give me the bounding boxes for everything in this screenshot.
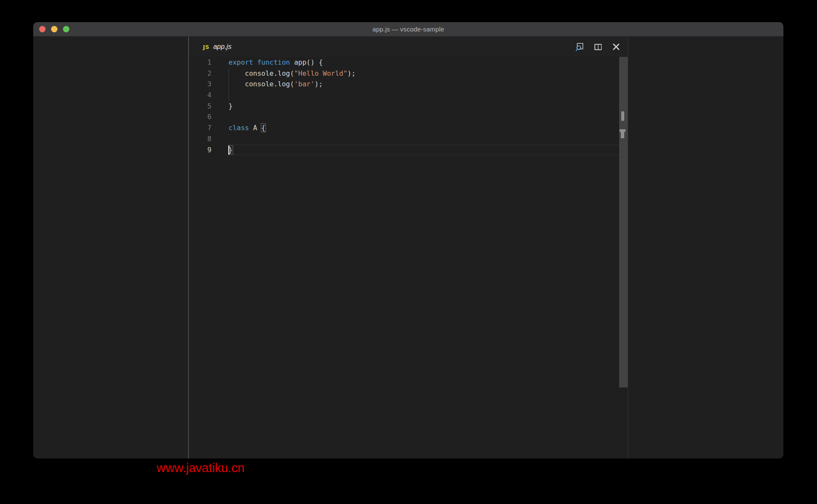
tab-app-js[interactable]: JS app.js: [189, 37, 231, 57]
vscode-window: app.js — vscode-sample JS app.js: [33, 22, 783, 458]
code-line-5[interactable]: }: [229, 101, 628, 112]
overview-ruler-mark: [621, 132, 624, 138]
code-line-7[interactable]: class A {: [229, 122, 628, 134]
minimize-window-button[interactable]: [51, 26, 57, 32]
line-number-5[interactable]: 5: [189, 101, 229, 112]
code-token: }: [229, 102, 233, 110]
line-number-4[interactable]: 4: [189, 90, 229, 101]
line-number-8[interactable]: 8: [189, 134, 229, 145]
code-token: function: [257, 58, 290, 66]
code-line-1[interactable]: export function app() {: [229, 57, 628, 68]
code-line-9[interactable]: }: [229, 145, 628, 156]
code-token: "Hello World": [294, 69, 347, 77]
code-editor[interactable]: 123456789 export function app() { consol…: [189, 57, 628, 458]
gutter: 123456789: [189, 57, 229, 155]
code-line-6[interactable]: [229, 111, 628, 122]
matched-bracket: {: [261, 124, 266, 132]
text-cursor: [229, 145, 229, 155]
overview-ruler-mark: [621, 111, 624, 121]
line-number-7[interactable]: 7: [189, 122, 229, 134]
line-number-6[interactable]: 6: [189, 111, 229, 122]
code-token: console.log(: [229, 80, 294, 88]
editor-tab-bar: JS app.js: [189, 37, 628, 57]
code-line-3[interactable]: console.log('bar');: [229, 79, 628, 90]
code-token: class: [229, 124, 249, 132]
window-title: app.js — vscode-sample: [33, 26, 783, 33]
code-token: 'bar': [294, 80, 314, 88]
split-editor-button[interactable]: [593, 42, 603, 51]
watermark-text: www.javatiku.cn: [157, 461, 244, 475]
line-number-2[interactable]: 2: [189, 68, 229, 79]
line-number-1[interactable]: 1: [189, 57, 229, 68]
zoom-window-button[interactable]: [63, 26, 69, 32]
traffic-lights: [39, 26, 69, 32]
split-editor-icon: [594, 43, 603, 51]
javascript-file-icon: JS: [203, 44, 209, 50]
window-content: JS app.js: [33, 37, 783, 458]
code-token: );: [347, 69, 355, 77]
code-token: A: [249, 124, 261, 132]
close-icon: [612, 43, 620, 51]
vertical-scrollbar[interactable]: [619, 57, 628, 387]
tab-filename: app.js: [213, 43, 231, 51]
code-line-2[interactable]: console.log("Hello World");: [229, 68, 628, 79]
editor-actions: [575, 42, 628, 51]
close-editor-button[interactable]: [611, 42, 621, 51]
line-number-3[interactable]: 3: [189, 79, 229, 90]
window-titlebar: app.js — vscode-sample: [33, 22, 783, 37]
close-window-button[interactable]: [39, 26, 46, 32]
right-empty-panel: [628, 37, 783, 458]
code-token: [253, 58, 257, 66]
code-line-4[interactable]: [229, 90, 628, 101]
line-number-9[interactable]: 9: [189, 145, 229, 156]
code-token: app() {: [290, 58, 323, 66]
left-empty-panel: [33, 37, 189, 458]
code-lines[interactable]: export function app() { console.log("Hel…: [229, 57, 628, 155]
code-token: console.log(: [229, 69, 294, 77]
code-token: export: [229, 58, 253, 66]
search-in-file-button[interactable]: [575, 42, 584, 51]
editor-group: JS app.js: [189, 37, 628, 458]
code-token: );: [314, 80, 323, 88]
search-document-icon: [575, 43, 584, 51]
code-line-8[interactable]: [229, 134, 628, 145]
